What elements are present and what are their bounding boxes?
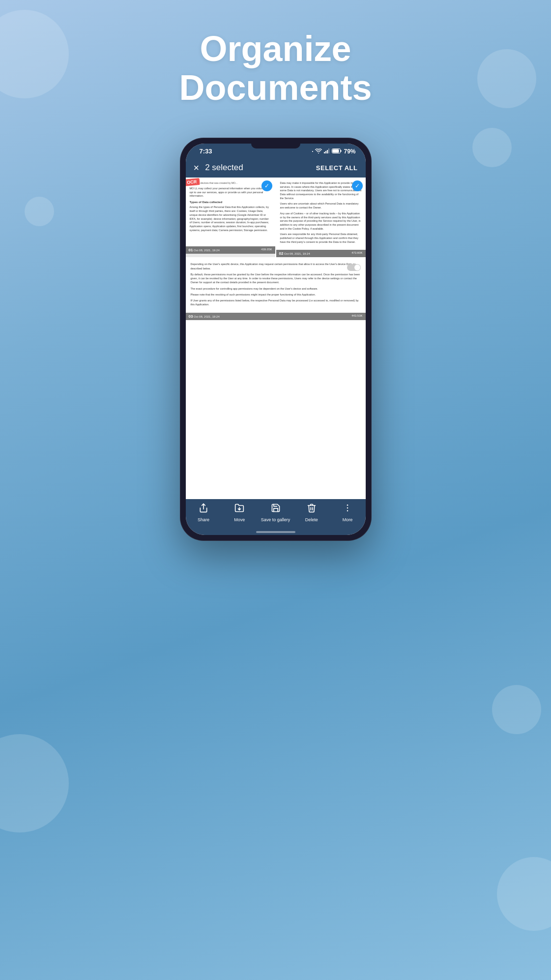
status-bar: 7:33 · <box>186 144 366 158</box>
move-label: Move <box>234 517 245 522</box>
document-list: OCR ✓ ...android devices that was create… <box>186 178 366 499</box>
move-icon <box>234 503 244 515</box>
doc-check-01[interactable]: ✓ <box>261 180 272 191</box>
svg-point-10 <box>347 510 348 512</box>
bottom-action-bar: Share Move <box>186 499 366 529</box>
svg-rect-3 <box>328 148 329 153</box>
status-time: 7:33 <box>200 148 212 155</box>
more-label: More <box>343 517 353 522</box>
document-item-03[interactable]: Depending on the User's specific device,… <box>186 258 366 320</box>
save-gallery-label: Save to gallery <box>261 517 290 522</box>
dot-indicator: · <box>312 148 313 155</box>
close-button[interactable]: × <box>194 163 200 173</box>
battery-percent: 79% <box>344 148 355 155</box>
svg-point-8 <box>347 505 348 506</box>
svg-rect-0 <box>324 152 325 153</box>
home-indicator <box>186 529 366 535</box>
hero-title: Organize Documents <box>0 0 551 107</box>
top-action-bar: × 2 selected SELECT ALL <box>186 158 366 178</box>
move-button[interactable]: Move <box>222 503 258 522</box>
save-gallery-icon <box>271 503 281 515</box>
svg-rect-5 <box>341 150 342 152</box>
save-gallery-button[interactable]: Save to gallery <box>258 503 293 522</box>
doc-check-02[interactable]: ✓ <box>352 180 363 191</box>
delete-label: Delete <box>305 517 318 522</box>
share-icon <box>199 503 208 515</box>
delete-button[interactable]: Delete <box>293 503 329 522</box>
svg-rect-2 <box>327 150 328 153</box>
share-button[interactable]: Share <box>186 503 222 522</box>
delete-icon <box>307 503 317 515</box>
signal-icon <box>324 148 330 155</box>
doc-preview-03: Depending on the User's specific device,… <box>186 258 366 312</box>
phone-mockup: 7:33 · <box>180 138 372 541</box>
toggle-03[interactable] <box>347 264 361 271</box>
share-label: Share <box>198 517 209 522</box>
svg-point-9 <box>347 507 348 509</box>
more-button[interactable]: More <box>329 503 365 522</box>
select-all-button[interactable]: SELECT ALL <box>316 164 358 172</box>
wifi-icon <box>315 148 322 155</box>
svg-rect-1 <box>325 151 326 153</box>
selected-count: 2 selected <box>205 163 243 173</box>
battery-icon <box>332 148 342 155</box>
doc-footer-03: 03 Oct 08, 2021, 19:24 443.53K <box>186 313 366 320</box>
ocr-badge: OCR <box>186 178 200 186</box>
document-item-01[interactable]: OCR ✓ ...android devices that was create… <box>186 178 275 257</box>
more-icon <box>343 503 352 515</box>
doc-footer-02: 02 Oct 08, 2021, 19:24 473.60K <box>276 250 366 257</box>
svg-rect-6 <box>333 149 339 152</box>
doc-footer-01: 01 Oct 08, 2021, 19:24 439.05K <box>186 246 275 254</box>
document-item-02[interactable]: ✓ Data may make it impossible for this A… <box>276 178 366 257</box>
